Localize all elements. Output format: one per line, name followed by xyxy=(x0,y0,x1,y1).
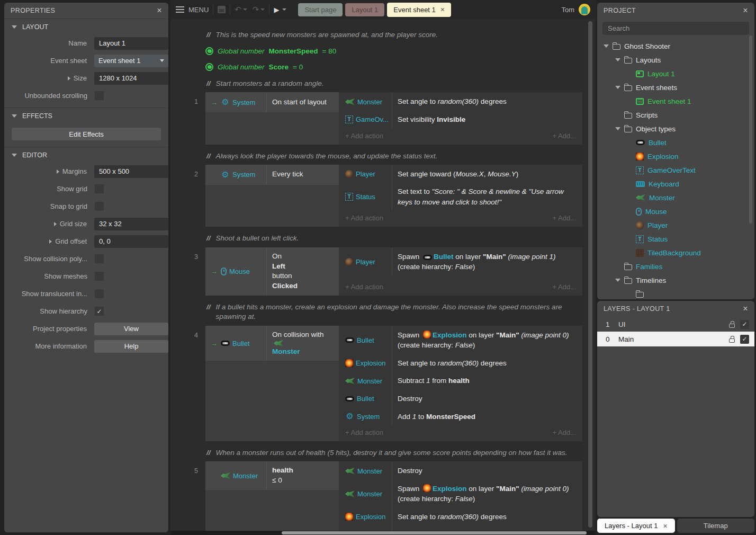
tree-item-ghost-shooter[interactable]: Ghost Shooter xyxy=(597,39,754,53)
comment[interactable]: // When a monster runs out of health (5 … xyxy=(206,448,583,458)
tab-start-page[interactable]: Start page xyxy=(298,3,343,16)
undo-dropdown-icon[interactable] xyxy=(243,8,247,11)
project-scrollbar[interactable] xyxy=(749,35,752,224)
add-action-link[interactable]: + Add action xyxy=(345,132,383,140)
chevron-right-icon[interactable] xyxy=(68,76,70,81)
global-variable[interactable]: Global number Score = 0 xyxy=(205,59,596,74)
comment[interactable]: // Shoot a bullet on left click. xyxy=(206,234,583,243)
close-icon[interactable]: × xyxy=(743,6,748,15)
tab-layers-layout-1[interactable]: Layers - Layout 1× xyxy=(597,519,675,533)
unlock-icon[interactable] xyxy=(729,324,735,328)
snap-to-grid-checkbox[interactable] xyxy=(95,202,104,211)
unlock-icon[interactable] xyxy=(729,338,735,343)
chevron-down-icon[interactable] xyxy=(615,279,620,282)
name-field[interactable] xyxy=(94,37,168,50)
comment[interactable]: // Start monsters at a random angle. xyxy=(206,79,583,88)
horizontal-scrollbar[interactable] xyxy=(282,531,587,534)
add-more-link[interactable]: + Add... xyxy=(553,132,576,140)
tree-item-layout-1[interactable]: Layout 1 xyxy=(597,67,754,81)
save-icon[interactable] xyxy=(218,6,226,13)
edit-effects-button[interactable]: Edit Effects xyxy=(12,128,161,140)
size-field[interactable] xyxy=(94,72,168,85)
comment[interactable]: // This is the speed new monsters are sp… xyxy=(206,30,583,40)
vertical-scrollbar[interactable] xyxy=(588,21,592,528)
tree-item-gameovertext[interactable]: GameOverText xyxy=(597,163,754,177)
action-row[interactable]: Player Set angle toward (Mouse.X, Mouse.… xyxy=(339,165,582,183)
close-icon[interactable]: × xyxy=(157,6,162,15)
layer-visible-checkbox[interactable] xyxy=(740,320,749,329)
play-icon[interactable]: ▶ xyxy=(274,6,279,14)
tree-item-timelines[interactable]: Timelines xyxy=(597,273,754,287)
action-row[interactable]: Bullet Destroy xyxy=(339,390,582,408)
tree-item-monster[interactable]: Monster xyxy=(597,191,754,204)
avatar[interactable] xyxy=(579,4,590,15)
section-effects[interactable]: EFFECTS xyxy=(4,108,168,123)
tab-layout-1[interactable]: Layout 1 xyxy=(345,3,384,16)
tab-event-sheet-1[interactable]: Event sheet 1× xyxy=(387,3,451,17)
show-hierarchy-checkbox[interactable] xyxy=(95,307,104,316)
show-meshes-checkbox[interactable] xyxy=(95,272,104,281)
action-row[interactable]: Monster Subtract 1 from health xyxy=(339,372,582,390)
show-grid-checkbox[interactable] xyxy=(95,184,104,193)
action-row[interactable]: GameOv... Set visibility Invisible xyxy=(339,111,582,129)
tree-item-families[interactable]: Families xyxy=(597,260,754,273)
chevron-right-icon[interactable] xyxy=(57,170,59,174)
comment[interactable]: // Always look the player towards the mo… xyxy=(206,151,583,161)
condition-row[interactable]: → Mouse On Left button Clicked xyxy=(205,247,339,296)
action-row[interactable]: Bullet Spawn Explosion on layer "Main" (… xyxy=(339,326,582,354)
menu-label[interactable]: MENU xyxy=(188,6,209,14)
comment[interactable]: // If a bullet hits a monster, create an… xyxy=(206,302,583,322)
show-translucent-checkbox[interactable] xyxy=(95,289,104,298)
grid-offset-field[interactable] xyxy=(94,235,168,248)
redo-dropdown-icon[interactable] xyxy=(260,8,265,11)
layer-row-ui[interactable]: 1 UI xyxy=(597,317,754,332)
menu-icon[interactable] xyxy=(176,6,184,13)
add-action-link[interactable]: + Add action xyxy=(345,214,383,222)
condition-row[interactable]: Monster health ≤ 0 xyxy=(205,461,339,490)
tab-tilemap[interactable]: Tilemap xyxy=(677,519,755,533)
section-layout[interactable]: LAYOUT xyxy=(4,19,168,34)
condition-row[interactable]: → Bullet On collision with Monster xyxy=(205,326,339,361)
tree-item-event-sheets[interactable]: Event sheets xyxy=(597,81,754,94)
tree-item-keyboard[interactable]: Keyboard xyxy=(597,177,754,191)
margins-field[interactable] xyxy=(94,165,168,178)
chevron-right-icon[interactable] xyxy=(54,222,57,226)
chevron-down-icon[interactable] xyxy=(615,58,620,61)
action-row[interactable]: Explosion Set angle to random(360) degre… xyxy=(339,508,582,526)
layer-row-main[interactable]: 0 Main xyxy=(597,332,754,346)
action-row[interactable]: System Add 1 to MonsterSpeed xyxy=(339,408,582,426)
condition-row[interactable]: System Every tick xyxy=(205,165,339,185)
action-row[interactable]: Monster Destroy xyxy=(339,462,582,480)
redo-icon[interactable]: ↷ xyxy=(253,5,259,14)
condition-row[interactable]: → System On start of layout xyxy=(205,92,339,112)
close-icon[interactable]: × xyxy=(663,522,667,530)
add-more-link[interactable]: + Add... xyxy=(553,214,576,222)
tree-item-object-types[interactable]: Object types xyxy=(597,122,754,136)
tree-item-bullet[interactable]: Bullet xyxy=(597,136,754,149)
action-row[interactable]: Monster Set angle to random(360) degrees xyxy=(339,93,582,111)
action-row[interactable]: Status Set text to "Score: " & Score & n… xyxy=(339,183,582,211)
layer-visible-checkbox[interactable] xyxy=(740,335,749,344)
tree-item-status[interactable]: Status xyxy=(597,232,754,246)
chevron-down-icon[interactable] xyxy=(604,44,609,48)
help-button[interactable]: Help xyxy=(94,340,168,353)
add-more-link[interactable]: + Add... xyxy=(553,283,576,291)
chevron-down-icon[interactable] xyxy=(615,127,620,130)
tree-item-mouse[interactable]: Mouse xyxy=(597,204,754,218)
view-button[interactable]: View xyxy=(94,323,168,335)
tree-item-event-sheet-1[interactable]: Event sheet 1 xyxy=(597,94,754,108)
tree-item-partial[interactable] xyxy=(597,287,754,299)
grid-size-field[interactable] xyxy=(94,218,168,230)
tree-item-explosion[interactable]: Explosion xyxy=(597,149,754,163)
add-more-link[interactable]: + Add... xyxy=(553,429,576,436)
section-editor[interactable]: EDITOR xyxy=(4,147,168,163)
global-variable[interactable]: Global number MonsterSpeed = 80 xyxy=(205,43,596,58)
tree-item-layouts[interactable]: Layouts xyxy=(597,53,754,67)
undo-icon[interactable]: ↶ xyxy=(235,5,241,14)
close-icon[interactable]: × xyxy=(743,305,748,313)
tree-item-tiledbackground[interactable]: TiledBackground xyxy=(597,246,754,260)
tree-item-player[interactable]: Player xyxy=(597,218,754,232)
close-icon[interactable]: × xyxy=(440,5,445,14)
action-row[interactable]: Player Spawn Bullet on layer "Main" (ima… xyxy=(339,248,582,276)
event-sheet-select[interactable]: Event sheet 1 xyxy=(94,55,168,67)
